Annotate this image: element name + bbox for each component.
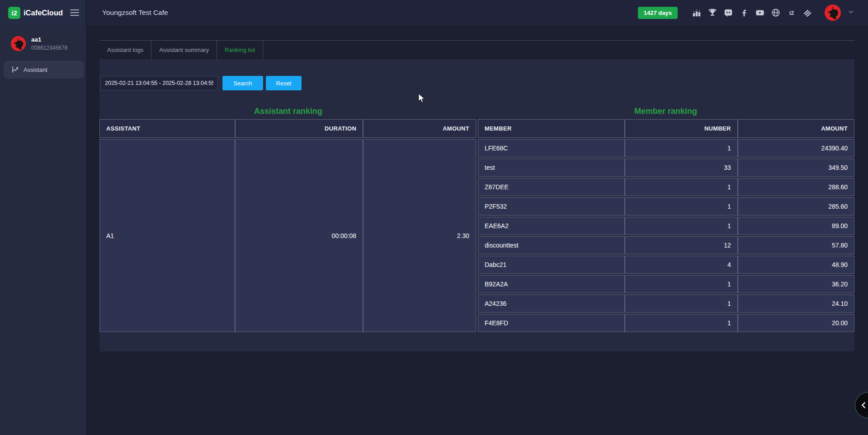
table-cell: A24236 <box>478 295 625 313</box>
table-row: Z87DEE1288.60 <box>478 178 854 196</box>
table-cell: 1 <box>625 275 738 293</box>
filter-row: Search Reset <box>100 59 854 90</box>
table-row: F4E8FD120.00 <box>478 314 854 332</box>
table-cell: test <box>478 159 625 177</box>
assistant-ranking-title: Assistant ranking <box>99 107 477 116</box>
chevron-down-icon[interactable] <box>848 9 854 17</box>
icafe-icon[interactable]: i2 <box>787 8 797 18</box>
assistant-ranking-table: ASSISTANTDURATIONAMOUNT A100:00:082.30 <box>99 118 476 333</box>
tab-ranking-list[interactable]: Ranking list <box>217 41 263 59</box>
table-row: EAE6A2189.00 <box>478 217 854 235</box>
table-cell: 285.60 <box>738 197 854 215</box>
reset-button[interactable]: Reset <box>266 76 302 90</box>
user-phone: 008612345678 <box>31 45 67 51</box>
search-button[interactable]: Search <box>222 76 263 90</box>
table-cell: 33 <box>625 159 738 177</box>
table-cell: 288.60 <box>738 178 854 196</box>
table-cell: 1 <box>625 139 738 157</box>
table-row: B92A2A136.20 <box>478 275 854 293</box>
youtube-icon[interactable] <box>755 8 765 18</box>
subscription-days-badge[interactable]: 1427 days <box>638 7 678 19</box>
table-header-row: MEMBERNUMBERAMOUNT <box>478 119 854 138</box>
sidebar-item-label: Assistant <box>24 66 47 73</box>
table-cell: 89.00 <box>738 217 854 235</box>
tab-assistant-logs[interactable]: Assistant logs <box>99 41 151 59</box>
table-cell: discounttest <box>478 236 625 254</box>
ranking-panel: Search Reset Assistant ranking Member ra… <box>99 59 854 351</box>
app-title: iCafeCloud <box>24 9 70 17</box>
table-cell: 20.00 <box>738 314 854 332</box>
table-row: discounttest1257.80 <box>478 236 854 254</box>
table-cell: Dabc21 <box>478 256 625 274</box>
section-titles: Assistant ranking Member ranking <box>99 107 854 116</box>
sidebar-item-assistant[interactable]: Assistant <box>4 61 84 79</box>
sidebar-avatar <box>11 36 26 51</box>
table-cell: P2F532 <box>478 197 625 215</box>
table-cell: 1 <box>625 295 738 313</box>
table-cell: 36.20 <box>738 275 854 293</box>
table-cell: B92A2A <box>478 275 625 293</box>
table-cell: 349.50 <box>738 159 854 177</box>
column-header: DURATION <box>235 119 363 138</box>
table-row: A24236124.10 <box>478 295 854 313</box>
globe-icon[interactable] <box>771 8 781 18</box>
table-cell: F4E8FD <box>478 314 625 332</box>
table-row: test33349.50 <box>478 159 854 177</box>
table-cell: 12 <box>625 236 738 254</box>
cafe-name: Youngzsoft Test Cafe <box>102 9 168 17</box>
table-row: P2F5321285.60 <box>478 197 854 215</box>
table-cell: 1 <box>625 217 738 235</box>
ranking-icon[interactable] <box>692 8 702 18</box>
table-cell: EAE6A2 <box>478 217 625 235</box>
member-ranking-title: Member ranking <box>477 107 854 116</box>
table-cell: Z87DEE <box>478 178 625 196</box>
menu-toggle-icon[interactable] <box>70 9 79 16</box>
table-cell: 00:00:08 <box>235 139 363 332</box>
table-cell: A1 <box>99 139 235 332</box>
sidebar-user-profile[interactable]: aa1 008612345678 <box>0 25 86 51</box>
column-header: AMOUNT <box>363 119 476 138</box>
column-header: MEMBER <box>478 119 625 138</box>
table-cell: LFE68C <box>478 139 625 157</box>
table-cell: 1 <box>625 197 738 215</box>
layers-icon[interactable] <box>802 8 812 18</box>
chart-line-icon <box>11 65 19 74</box>
logo-mark-text: i2 <box>11 9 17 17</box>
tab-bar: Assistant logs Assistant summary Ranking… <box>99 40 854 59</box>
column-header: NUMBER <box>625 119 738 138</box>
table-header-row: ASSISTANTDURATIONAMOUNT <box>99 119 476 138</box>
table-row: Dabc21448.90 <box>478 256 854 274</box>
column-header: AMOUNT <box>738 119 854 138</box>
table-cell: 2.30 <box>363 139 476 332</box>
app-logo: i2 iCafeCloud <box>0 0 86 25</box>
topbar-main: Youngzsoft Test Cafe 1427 days <box>86 0 868 25</box>
topbar-actions: 1427 days <box>638 5 854 21</box>
table-row: LFE68C124390.40 <box>478 139 854 157</box>
trophy-icon[interactable] <box>708 8 717 18</box>
icafecloud-logo-icon: i2 <box>8 7 20 19</box>
main-area: Assistant logs Assistant summary Ranking… <box>86 25 868 435</box>
member-ranking-table: MEMBERNUMBERAMOUNT LFE68C124390.40test33… <box>478 118 854 333</box>
table-cell: 57.80 <box>738 236 854 254</box>
table-row: A100:00:082.30 <box>99 139 476 332</box>
table-cell: 48.90 <box>738 256 854 274</box>
sidebar: aa1 008612345678 Assistant <box>0 25 86 435</box>
discord-icon[interactable] <box>723 8 733 18</box>
facebook-icon[interactable] <box>739 8 749 18</box>
topbar: i2 iCafeCloud Youngzsoft Test Cafe 1427 … <box>0 0 868 25</box>
ranking-tables: ASSISTANTDURATIONAMOUNT A100:00:082.30 M… <box>99 118 854 333</box>
tab-assistant-summary[interactable]: Assistant summary <box>151 41 217 59</box>
chevron-left-icon <box>859 400 868 410</box>
table-cell: 1 <box>625 178 738 196</box>
user-avatar[interactable] <box>825 5 841 21</box>
column-header: ASSISTANT <box>99 119 235 138</box>
table-cell: 24.10 <box>738 295 854 313</box>
table-cell: 24390.40 <box>738 139 854 157</box>
svg-text:i2: i2 <box>789 9 794 16</box>
user-name: aa1 <box>31 36 67 43</box>
table-cell: 4 <box>625 256 738 274</box>
table-cell: 1 <box>625 314 738 332</box>
date-range-input[interactable] <box>100 76 218 90</box>
